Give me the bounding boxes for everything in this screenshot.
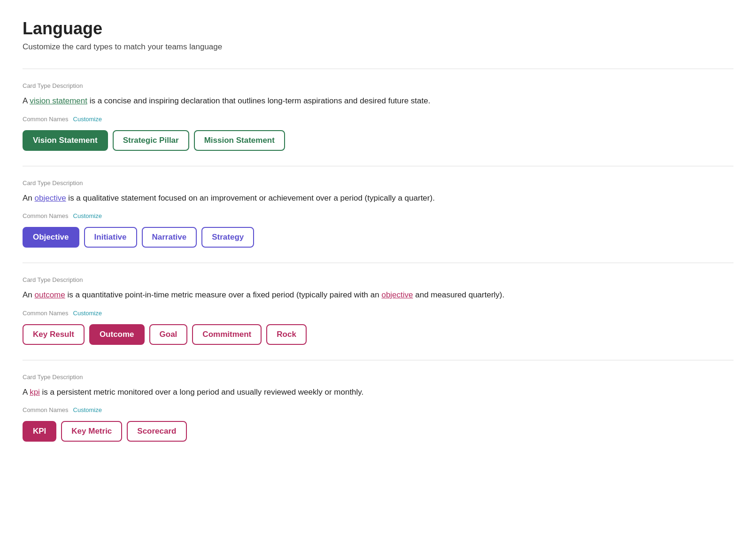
desc-prefix-objective: An: [23, 194, 35, 202]
section-label-vision: Card Type Description: [23, 82, 733, 89]
page-title: Language: [23, 19, 733, 39]
common-names-label-objective: Common Names: [23, 212, 69, 219]
desc-link-outcome[interactable]: outcome: [35, 290, 65, 299]
chips-row-objective: Objective Initiative Narrative Strategy: [23, 227, 733, 248]
chip-initiative[interactable]: Initiative: [84, 227, 137, 248]
desc-middle-outcome: is a quantitative point-in-time metric m…: [65, 290, 382, 299]
common-names-label-kpi: Common Names: [23, 406, 69, 413]
chips-row-vision: Vision Statement Strategic Pillar Missio…: [23, 130, 733, 151]
section-description-vision: A vision statement is a concise and insp…: [23, 95, 733, 107]
desc-suffix-objective: is a qualitative statement focused on an…: [66, 194, 435, 202]
common-names-label-vision: Common Names: [23, 116, 69, 123]
section-vision: Card Type Description A vision statement…: [23, 69, 733, 166]
chip-strategy[interactable]: Strategy: [201, 227, 254, 248]
section-objective: Card Type Description An objective is a …: [23, 166, 733, 263]
chip-objective[interactable]: Objective: [23, 227, 79, 248]
section-label-objective: Card Type Description: [23, 179, 733, 187]
desc-prefix-kpi: A: [23, 388, 30, 397]
chip-key-result[interactable]: Key Result: [23, 324, 85, 345]
section-kpi: Card Type Description A kpi is a persist…: [23, 360, 733, 457]
desc-link-kpi[interactable]: kpi: [30, 388, 40, 397]
chip-key-metric[interactable]: Key Metric: [61, 421, 122, 442]
desc-prefix-vision: A: [23, 96, 30, 105]
section-description-objective: An objective is a qualitative statement …: [23, 192, 733, 204]
desc-suffix-kpi: is a persistent metric monitored over a …: [40, 388, 363, 397]
chip-commitment[interactable]: Commitment: [192, 324, 262, 345]
common-names-row-objective: Common Names Customize: [23, 212, 733, 219]
chip-strategic-pillar[interactable]: Strategic Pillar: [113, 130, 189, 151]
desc-link2-outcome[interactable]: objective: [381, 290, 413, 299]
chip-mission-statement[interactable]: Mission Statement: [194, 130, 285, 151]
chip-scorecard[interactable]: Scorecard: [127, 421, 186, 442]
common-names-label-outcome: Common Names: [23, 310, 69, 317]
customize-link-objective[interactable]: Customize: [73, 212, 102, 219]
chip-narrative[interactable]: Narrative: [142, 227, 197, 248]
common-names-row-kpi: Common Names Customize: [23, 406, 733, 413]
customize-link-kpi[interactable]: Customize: [73, 406, 102, 413]
desc-link-objective[interactable]: objective: [35, 194, 66, 202]
chips-row-outcome: Key Result Outcome Goal Commitment Rock: [23, 324, 733, 345]
common-names-row-outcome: Common Names Customize: [23, 310, 733, 317]
page-subtitle: Customize the card types to match your t…: [23, 42, 733, 52]
section-label-outcome: Card Type Description: [23, 276, 733, 283]
desc-suffix-outcome: and measured quarterly).: [413, 290, 505, 299]
desc-prefix-outcome: An: [23, 290, 35, 299]
customize-link-vision[interactable]: Customize: [73, 116, 102, 123]
section-label-kpi: Card Type Description: [23, 374, 733, 381]
chip-vision-statement[interactable]: Vision Statement: [23, 130, 108, 151]
chip-rock[interactable]: Rock: [266, 324, 307, 345]
desc-suffix-vision: is a concise and inspiring declaration t…: [87, 96, 430, 105]
section-outcome: Card Type Description An outcome is a qu…: [23, 263, 733, 360]
desc-link-vision[interactable]: vision statement: [30, 96, 87, 105]
section-description-kpi: A kpi is a persistent metric monitored o…: [23, 386, 733, 398]
customize-link-outcome[interactable]: Customize: [73, 310, 102, 317]
chip-outcome[interactable]: Outcome: [89, 324, 145, 345]
chips-row-kpi: KPI Key Metric Scorecard: [23, 421, 733, 442]
chip-kpi[interactable]: KPI: [23, 421, 56, 442]
common-names-row-vision: Common Names Customize: [23, 116, 733, 123]
section-description-outcome: An outcome is a quantitative point-in-ti…: [23, 289, 733, 301]
chip-goal[interactable]: Goal: [149, 324, 188, 345]
